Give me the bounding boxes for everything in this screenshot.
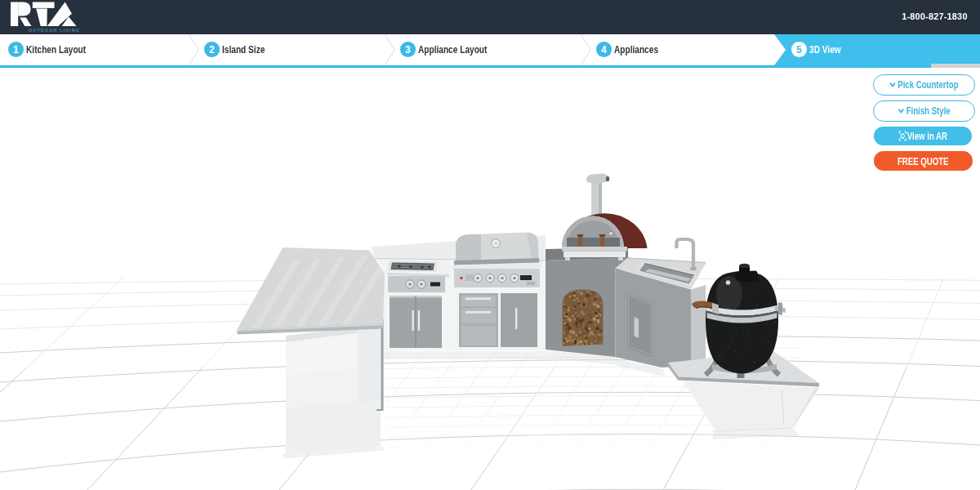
svg-text:OUTDOOR LIVING: OUTDOOR LIVING: [29, 28, 80, 33]
